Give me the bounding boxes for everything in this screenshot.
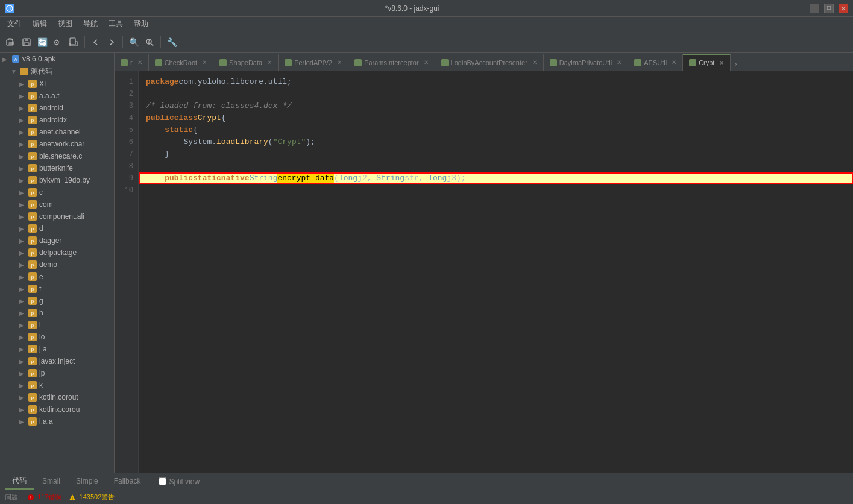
code-editor[interactable]: 12345678910 package com.yoloho.libcore.u… [115,71,853,473]
warnings-count: 143502警告 [80,493,115,500]
split-view-check[interactable]: Split view [159,477,200,486]
sidebar-item-8[interactable]: ▶ p bykvm_19do.by [0,174,114,186]
tab-paramsinterceptor[interactable]: ParamsInterceptor ✕ [348,54,435,71]
tabs-scroll-right[interactable]: › [731,57,740,71]
menu-file[interactable]: 文件 [2,17,27,30]
label-11: component.ali [39,212,112,221]
status-bar: 问题: ! 117错误 ! 143502警告 [0,490,853,504]
tabs-bar: r ✕ CheckRoot ✕ ShapeData ✕ PeriodAPIV2 … [115,53,853,71]
sidebar-item-2[interactable]: ▶ p android [0,102,114,114]
sidebar-item-5[interactable]: ▶ p anetwork.char [0,138,114,150]
sidebar-item-0[interactable]: ▶ p XI [0,78,114,90]
sidebar-item-16[interactable]: ▶ p e [0,271,114,283]
sidebar-item-10[interactable]: ▶ p com [0,198,114,210]
sidebar-item-22[interactable]: ▶ p j.a [0,343,114,355]
sidebar-item-6[interactable]: ▶ p ble.shecare.c [0,150,114,162]
sidebar: ▶ A v8.6.0.apk ▼ 源代码 ▶ p XI ▶ p a.a.a.f … [0,53,115,473]
tab-crypt[interactable]: Crypt ✕ [683,54,731,71]
sidebar-item-26[interactable]: ▶ p kotlin.corout [0,391,114,403]
sidebar-item-13[interactable]: ▶ p dagger [0,235,114,247]
sidebar-item-19[interactable]: ▶ p h [0,307,114,319]
tab-label-4: ParamsInterceptor [364,59,418,66]
arrow-7: ▶ [19,165,28,172]
save-button[interactable] [19,35,34,49]
tab-close-8[interactable]: ✕ [719,60,724,66]
sidebar-item-27[interactable]: ▶ p kotlinx.corou [0,403,114,415]
line-num-6: 6 [115,136,138,148]
split-view-checkbox[interactable] [159,477,166,485]
tab-close-7[interactable]: ✕ [672,59,676,66]
find-button[interactable]: A [142,35,157,49]
sidebar-source[interactable]: ▼ 源代码 [0,65,114,78]
settings-button[interactable]: 🔧 [165,35,179,49]
sidebar-item-15[interactable]: ▶ p demo [0,259,114,271]
sidebar-item-24[interactable]: ▶ p jp [0,367,114,379]
search-button[interactable]: 🔍 [127,35,141,49]
sidebar-item-4[interactable]: ▶ p anet.channel [0,126,114,138]
open-button[interactable] [4,35,18,49]
export-button[interactable] [66,35,81,49]
arrow-21: ▶ [19,334,28,341]
menu-help[interactable]: 帮助 [129,17,153,30]
arrow-10: ▶ [19,201,28,208]
tab-close-1[interactable]: ✕ [202,59,207,66]
tab-close-3[interactable]: ✕ [337,59,342,66]
icon-9: p [28,187,37,197]
tab-close-5[interactable]: ✕ [532,59,537,66]
tab-close-2[interactable]: ✕ [267,59,272,66]
next-button[interactable] [104,35,119,49]
arrow-16: ▶ [19,274,28,280]
bottom-tab-simple[interactable]: Simple [69,474,105,489]
tab-checkroot[interactable]: CheckRoot ✕ [149,54,213,71]
prev-button[interactable] [89,35,103,49]
close-button[interactable]: ✕ [839,4,848,13]
arrow-14: ▶ [19,250,28,256]
tab-periodapiv2[interactable]: PeriodAPIV2 ✕ [279,54,348,71]
label-10: com [39,200,112,209]
sidebar-item-7[interactable]: ▶ p butterknife [0,162,114,174]
tab-loginbyaccountpresenter[interactable]: LoginByAccountPresenter ✕ [435,54,544,71]
sidebar-item-12[interactable]: ▶ p d [0,222,114,235]
window-controls: — □ ✕ [810,4,848,13]
label-14: defpackage [39,248,112,257]
decompile-button[interactable]: ⚙ [51,35,65,49]
apk-label: v8.6.0.apk [22,55,112,63]
tab-close-0[interactable]: ✕ [137,59,142,66]
sidebar-item-25[interactable]: ▶ p k [0,379,114,391]
sidebar-item-23[interactable]: ▶ p javax.inject [0,355,114,367]
sidebar-apk[interactable]: ▶ A v8.6.0.apk [0,53,114,65]
bottom-tab-fallback[interactable]: Fallback [107,474,148,489]
tab-dayimaprivateutil[interactable]: DayimaPrivateUtil ✕ [544,54,628,71]
sidebar-item-11[interactable]: ▶ p component.ali [0,210,114,222]
label-22: j.a [39,345,112,353]
tab-icon-1 [155,59,162,66]
menu-edit[interactable]: 编辑 [28,17,52,30]
minimize-button[interactable]: — [810,4,819,13]
sidebar-item-18[interactable]: ▶ p g [0,295,114,307]
sidebar-item-3[interactable]: ▶ p androidx [0,114,114,126]
arrow-24: ▶ [19,370,28,377]
maximize-button[interactable]: □ [824,4,834,13]
svg-text:A: A [14,57,17,61]
refresh-button[interactable]: 🔄 [35,35,49,49]
icon-6: p [28,151,37,161]
bottom-tab-smali[interactable]: Smali [35,474,68,489]
editor-area: r ✕ CheckRoot ✕ ShapeData ✕ PeriodAPIV2 … [115,53,853,473]
menu-tools[interactable]: 工具 [104,17,128,30]
menu-navigate[interactable]: 导航 [78,17,102,30]
sidebar-item-28[interactable]: ▶ p l.a.a [0,415,114,427]
sidebar-item-9[interactable]: ▶ p c [0,186,114,198]
tab-shapedata[interactable]: ShapeData ✕ [213,54,279,71]
sidebar-item-21[interactable]: ▶ p io [0,331,114,343]
tab-aesutil[interactable]: AESUtil ✕ [628,54,683,71]
sidebar-item-14[interactable]: ▶ p defpackage [0,247,114,259]
tab-r[interactable]: r ✕ [115,54,149,71]
sidebar-item-20[interactable]: ▶ p i [0,319,114,331]
menu-view[interactable]: 视图 [53,17,77,30]
sidebar-item-17[interactable]: ▶ p f [0,283,114,295]
icon-20: p [28,320,37,330]
sidebar-item-1[interactable]: ▶ p a.a.a.f [0,90,114,102]
tab-close-6[interactable]: ✕ [617,59,622,66]
tab-close-4[interactable]: ✕ [424,59,429,66]
bottom-tab-code[interactable]: 代码 [5,473,34,490]
